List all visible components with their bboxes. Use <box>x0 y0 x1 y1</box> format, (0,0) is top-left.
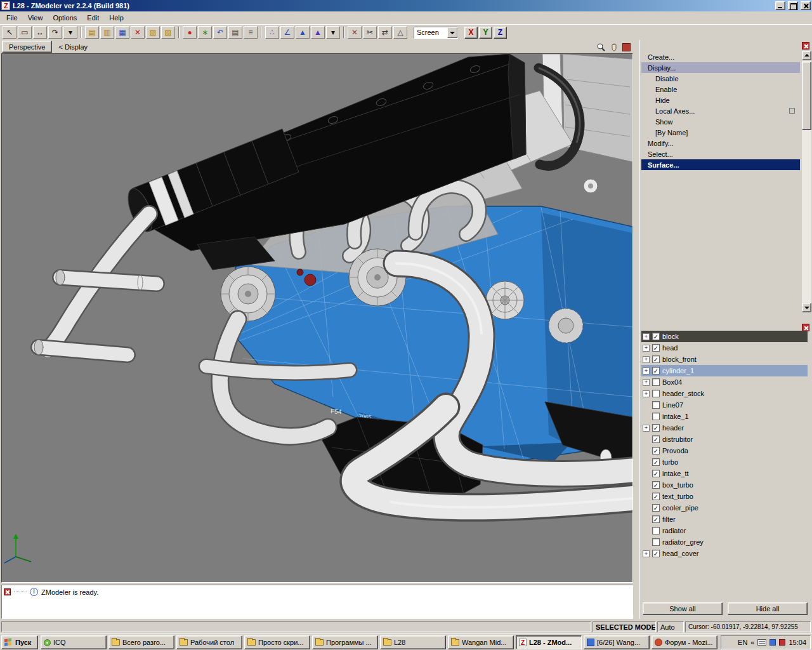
visibility-checkbox[interactable]: ✓ <box>652 447 660 454</box>
visibility-checkbox[interactable]: ✓ <box>652 504 660 512</box>
axis-button-x[interactable]: X <box>464 27 478 39</box>
menu-item-create[interactable]: Create... <box>641 51 800 62</box>
visibility-checkbox[interactable]: ✓ <box>652 435 660 443</box>
object-row-distrubitor[interactable]: ✓distrubitor <box>641 434 808 445</box>
script-button[interactable]: ≡ <box>244 26 258 39</box>
expand-icon[interactable]: + <box>643 356 650 363</box>
visibility-checkbox[interactable] <box>652 413 660 420</box>
normals-button[interactable]: ▲ <box>311 26 325 39</box>
vertices-mode-button[interactable]: ∴ <box>265 26 279 39</box>
menu-file[interactable]: File <box>1 12 23 23</box>
object-row-radiator-grey[interactable]: radiator_grey <box>641 536 808 548</box>
open-file-button[interactable]: ▥ <box>100 26 114 39</box>
visibility-checkbox[interactable] <box>652 390 660 397</box>
task-l28-zmod[interactable]: ZL28 - ZMod... <box>516 635 582 649</box>
visibility-checkbox[interactable] <box>652 378 660 386</box>
expand-icon[interactable]: + <box>643 345 650 352</box>
menu-item-disable[interactable]: Disable <box>641 73 800 84</box>
visibility-checkbox[interactable]: ✓ <box>652 515 660 523</box>
object-row-turbo[interactable]: ✓turbo <box>641 456 808 468</box>
visibility-checkbox[interactable]: ✓ <box>652 344 660 352</box>
menu-item-modify[interactable]: Modify... <box>641 138 800 149</box>
tab-perspective[interactable]: Perspective <box>2 41 52 53</box>
delete-button[interactable]: ✕ <box>131 26 145 39</box>
notes-button[interactable]: ▤ <box>228 26 242 39</box>
scrollbar-thumb[interactable] <box>802 62 811 130</box>
visibility-checkbox[interactable] <box>652 527 660 534</box>
viewport-canvas[interactable]: F54 7065 <box>2 54 632 582</box>
visibility-checkbox[interactable]: ✓ <box>652 367 660 375</box>
maximize-button[interactable] <box>788 1 798 10</box>
object-row-line07[interactable]: Line07 <box>641 399 808 411</box>
menu-item-local-axes[interactable]: Local Axes... <box>641 105 800 116</box>
visibility-checkbox[interactable]: ✓ <box>652 333 660 340</box>
task-l28[interactable]: L28 <box>380 635 446 649</box>
menu-view[interactable]: View <box>23 12 48 23</box>
visibility-checkbox[interactable]: ✓ <box>652 550 660 557</box>
screen-dropdown[interactable]: Screen <box>414 27 458 39</box>
hide-all-button[interactable]: Hide all <box>728 602 808 615</box>
task-icq[interactable]: ICQ <box>41 635 107 649</box>
object-row-provoda[interactable]: ✓Provoda <box>641 445 808 456</box>
visibility-checkbox[interactable]: ✓ <box>652 481 660 489</box>
tray-alert-icon[interactable] <box>779 639 785 646</box>
expand-icon[interactable]: + <box>643 368 650 375</box>
task-wangan-mid[interactable]: Wangan Mid... <box>448 635 514 649</box>
expand-icon[interactable]: + <box>643 425 650 432</box>
zoom-icon[interactable] <box>596 42 606 52</box>
tray-collapse-icon[interactable]: « <box>750 639 754 646</box>
menu-options[interactable]: Options <box>48 12 82 23</box>
task-mozi[interactable]: Форум - Mozi... <box>652 635 717 649</box>
menu-item-display[interactable]: Display... <box>641 62 800 73</box>
faces-mode-button[interactable]: ▲ <box>296 26 310 39</box>
display-breadcrumb[interactable]: < Display <box>58 43 88 51</box>
task-6-26-wang[interactable]: [6/26] Wang... <box>584 635 650 649</box>
menu-item-select[interactable]: Select... <box>641 149 800 159</box>
task-item[interactable]: Просто скри... <box>244 635 310 649</box>
close-button[interactable] <box>801 1 811 10</box>
start-button[interactable]: Пуск <box>1 635 38 649</box>
expand-icon[interactable]: + <box>643 333 650 340</box>
keyboard-icon[interactable] <box>757 639 766 646</box>
visibility-checkbox[interactable] <box>652 538 660 546</box>
normals-dropdown-button[interactable]: ▾ <box>326 26 340 39</box>
viewport[interactable]: F54 7065 <box>1 53 633 583</box>
axis-button-y[interactable]: Y <box>479 27 492 39</box>
import-button[interactable]: ▧ <box>146 26 160 39</box>
tray-app-icon[interactable] <box>769 639 776 646</box>
status-auto[interactable]: Auto <box>657 621 684 632</box>
axis-button-z[interactable]: Z <box>494 27 507 39</box>
task-item[interactable]: Рабочий стол <box>176 635 242 649</box>
tool-options-dropdown-button[interactable]: ▾ <box>63 26 77 39</box>
show-all-button[interactable]: Show all <box>643 602 723 615</box>
new-scene-button[interactable]: ▤ <box>85 26 99 39</box>
object-row-head[interactable]: +✓head <box>641 342 808 354</box>
language-indicator[interactable]: EN <box>738 639 747 646</box>
menu-edit[interactable]: Edit <box>82 12 104 23</box>
rotate-tool-button[interactable]: ↷ <box>48 26 62 39</box>
visibility-checkbox[interactable] <box>652 401 660 409</box>
object-row-filter[interactable]: ✓filter <box>641 514 808 525</box>
visibility-checkbox[interactable]: ✓ <box>652 493 660 500</box>
object-row-radiator[interactable]: radiator <box>641 525 808 536</box>
mirror-tool-button[interactable]: ⇄ <box>378 26 392 39</box>
object-row-header[interactable]: +✓header <box>641 422 808 434</box>
object-row-cylinder-1[interactable]: +✓cylinder_1 <box>641 365 808 376</box>
visibility-checkbox[interactable]: ✓ <box>652 470 660 477</box>
detach-tool-button[interactable]: ✂ <box>363 26 377 39</box>
expand-icon[interactable]: + <box>643 379 650 386</box>
expand-icon[interactable]: + <box>643 390 650 397</box>
trailing-checkbox[interactable] <box>789 108 795 114</box>
object-row-intake-tt[interactable]: ✓intake_tt <box>641 468 808 479</box>
export-button[interactable]: ▨ <box>161 26 175 39</box>
object-row-cooler-pipe[interactable]: ✓cooler_pipe <box>641 502 808 514</box>
menu-item-show[interactable]: Show <box>641 116 800 127</box>
menu-item-surface[interactable]: Surface... <box>641 159 800 170</box>
object-row-header-stock[interactable]: +header_stock <box>641 388 808 399</box>
menu-help[interactable]: Help <box>104 12 129 23</box>
undo-button[interactable]: ↶ <box>213 26 227 39</box>
scroll-up-icon[interactable] <box>802 51 811 60</box>
task-item[interactable]: Программы ... <box>312 635 378 649</box>
object-row-box04[interactable]: +Box04 <box>641 376 808 388</box>
task-item[interactable]: Всего разго... <box>108 635 174 649</box>
